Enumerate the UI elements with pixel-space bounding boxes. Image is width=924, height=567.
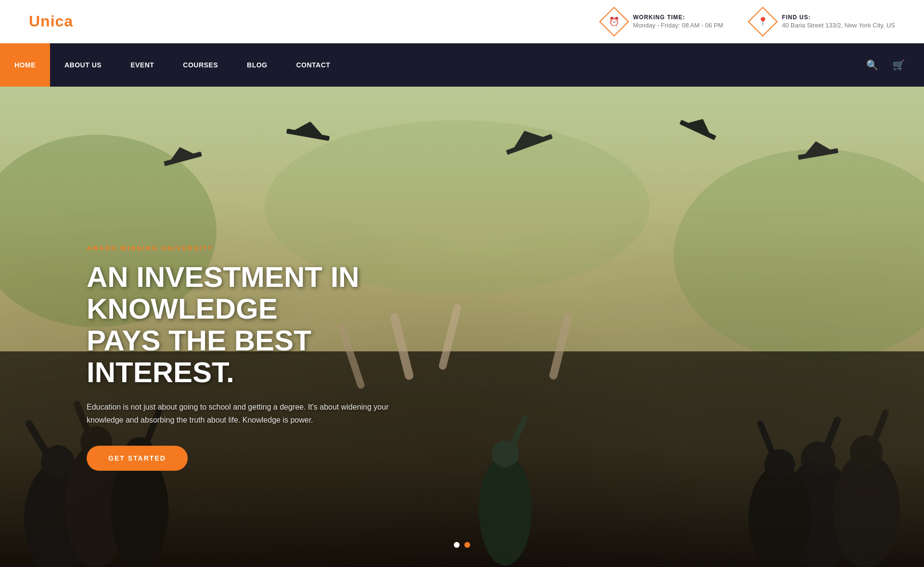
find-us-value: 40 Baria Street 133/2, New York City, US	[782, 22, 895, 29]
navbar: HOME ABOUT US EVENT COURSES BLOG CONTACT…	[0, 43, 924, 87]
nav-item-blog[interactable]: BLOG	[232, 43, 282, 87]
nav-item-event[interactable]: EVENT	[116, 43, 168, 87]
clock-icon: ⏰	[609, 16, 619, 27]
slider-dots	[454, 542, 470, 548]
nav-item-about[interactable]: ABOUT US	[50, 43, 116, 87]
working-time-text: WORKING TIME: Monday - Friday: 08 AM - 0…	[633, 14, 723, 29]
svg-point-16	[833, 452, 900, 567]
hero-content: AWARD WINNING UNIVERSITY AN INVESTMENT I…	[87, 245, 448, 471]
find-us-item: 📍 FIND US: 40 Baria Street 133/2, New Yo…	[752, 11, 895, 32]
get-started-button[interactable]: GET STARTED	[87, 446, 188, 471]
location-icon: 📍	[757, 16, 768, 27]
nav-item-contact[interactable]: CONTACT	[282, 43, 345, 87]
nav-items: HOME ABOUT US EVENT COURSES BLOG CONTACT	[0, 43, 847, 87]
hero-description: Education is not just about going to sch…	[87, 400, 448, 426]
find-us-label: FIND US:	[782, 14, 895, 21]
top-info: ⏰ WORKING TIME: Monday - Friday: 08 AM -…	[603, 11, 895, 32]
find-us-text: FIND US: 40 Baria Street 133/2, New York…	[782, 14, 895, 29]
nav-item-home[interactable]: HOME	[0, 43, 50, 87]
top-bar: Unica ⏰ WORKING TIME: Monday - Friday: 0…	[0, 0, 924, 43]
hero-title-line2: PAYS THE BEST INTEREST.	[87, 324, 311, 388]
cart-icon[interactable]: 🛒	[893, 59, 905, 71]
logo-text-before: Uni	[29, 13, 55, 30]
logo[interactable]: Unica	[29, 13, 73, 30]
svg-point-18	[748, 465, 811, 567]
svg-point-23	[479, 455, 532, 566]
working-time-value: Monday - Friday: 08 AM - 06 PM	[633, 22, 723, 29]
hero-title-line1: AN INVESTMENT IN KNOWLEDGE	[87, 261, 359, 325]
slider-dot-2[interactable]	[464, 542, 470, 548]
working-time-label: WORKING TIME:	[633, 14, 723, 21]
logo-highlight: ca	[55, 13, 74, 30]
search-icon[interactable]: 🔍	[866, 59, 878, 71]
location-icon-wrap: 📍	[748, 6, 778, 36]
hero-subtitle: AWARD WINNING UNIVERSITY	[87, 245, 448, 252]
nav-item-courses[interactable]: COURSES	[168, 43, 232, 87]
nav-actions: 🔍 🛒	[847, 59, 924, 71]
working-time-item: ⏰ WORKING TIME: Monday - Friday: 08 AM -…	[603, 11, 723, 32]
slider-dot-1[interactable]	[454, 542, 460, 548]
hero-title: AN INVESTMENT IN KNOWLEDGE PAYS THE BEST…	[87, 261, 448, 388]
hero-section: AWARD WINNING UNIVERSITY AN INVESTMENT I…	[0, 87, 924, 567]
clock-icon-wrap: ⏰	[599, 6, 629, 36]
